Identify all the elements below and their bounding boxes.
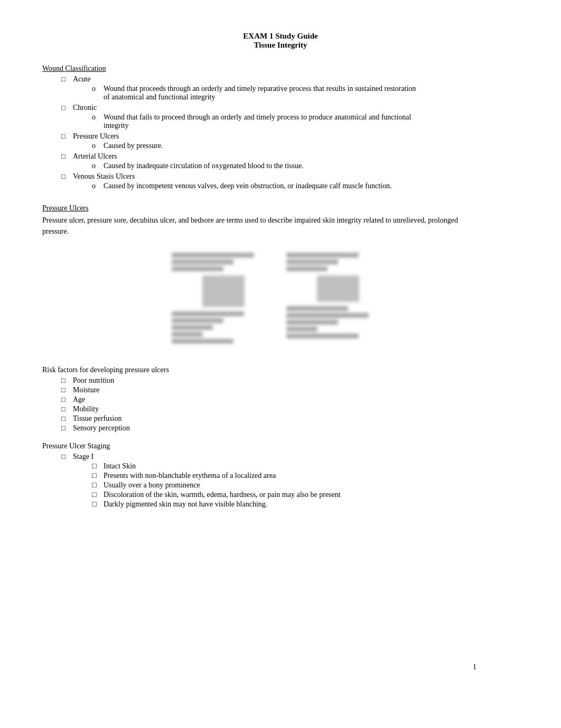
page-header: EXAM 1 Study Guide Tissue Integrity xyxy=(42,32,519,50)
pressure-ulcer-staging-section: Pressure Ulcer Staging □ Stage I □ Intac… xyxy=(42,442,519,510)
pressure-ulcer-diagram xyxy=(164,245,397,351)
list-item-sensory-perception: □ Sensory perception xyxy=(42,424,519,432)
list-item-venous-stasis: □ Venous Stasis Ulcers o Caused by incom… xyxy=(42,172,519,191)
pressure-ulcers-section-heading: Pressure Ulcers xyxy=(42,204,519,213)
diagram-line xyxy=(172,311,244,316)
list-item: o Caused by inadequate circulation of ox… xyxy=(73,162,304,170)
stage-i-item-3: Discoloration of the skin, warmth, edema… xyxy=(104,491,341,499)
diagram-line xyxy=(286,327,317,331)
diagram-line xyxy=(172,332,203,337)
pressure-ulcers-description: Caused by pressure. xyxy=(104,142,163,150)
chronic-label: Chronic xyxy=(73,104,97,112)
sub-bullet-icon: □ xyxy=(92,472,99,480)
diagram-block-tl xyxy=(169,250,278,347)
bullet-icon: □ xyxy=(61,152,69,161)
diagram-line xyxy=(286,253,359,257)
diagram-line xyxy=(286,313,369,318)
list-item: o Caused by incompetent venous valves, d… xyxy=(73,182,391,190)
sub-bullet-icon: o xyxy=(92,162,99,170)
bullet-icon: □ xyxy=(61,424,69,432)
wound-classification-heading: Wound Classification xyxy=(42,64,519,73)
diagram-line xyxy=(172,253,254,257)
list-item: o Wound that proceeds through an orderly… xyxy=(73,85,420,102)
list-item: □ Darkly pigmented skin may not have vis… xyxy=(73,500,341,509)
diagram-line xyxy=(172,266,223,271)
header-line2: Tissue Integrity xyxy=(42,41,519,50)
stage-i-item-2: Usually over a bony prominence xyxy=(104,481,200,490)
pressure-ulcers-sub-list: o Caused by pressure. xyxy=(73,142,163,150)
risk-item-2: Age xyxy=(73,395,85,404)
chronic-description: Wound that fails to proceed through an o… xyxy=(104,113,420,130)
risk-factors-heading: Risk factors for developing pressure ulc… xyxy=(42,366,519,374)
stage-i-sub-list: □ Intact Skin □ Presents with non-blanch… xyxy=(73,462,341,509)
list-item-acute: □ Acute o Wound that proceeds through an… xyxy=(42,75,519,103)
list-item: □ Intact Skin xyxy=(73,462,341,471)
list-item: o Caused by pressure. xyxy=(73,142,163,150)
list-item: □ Presents with non-blanchable erythema … xyxy=(73,472,341,480)
bullet-icon: □ xyxy=(61,376,69,385)
sub-bullet-icon: □ xyxy=(92,500,99,509)
wound-classification-list: □ Acute o Wound that proceeds through an… xyxy=(42,75,519,191)
bullet-icon: □ xyxy=(61,132,69,141)
bullet-icon: □ xyxy=(61,395,69,404)
list-item-age: □ Age xyxy=(42,395,519,404)
diagram-line xyxy=(286,320,338,325)
diagram-line xyxy=(286,266,328,271)
pressure-ulcers-label: Pressure Ulcers xyxy=(73,132,119,140)
list-item-poor-nutrition: □ Poor nutrition xyxy=(42,376,519,385)
sub-bullet-icon: o xyxy=(92,113,99,122)
arterial-ulcers-sub-list: o Caused by inadequate circulation of ox… xyxy=(73,162,304,170)
staging-list: □ Stage I □ Intact Skin □ Presents with … xyxy=(42,453,519,510)
risk-item-4: Tissue perfusion xyxy=(73,414,121,423)
diagram-line xyxy=(286,334,359,338)
risk-factors-section: Risk factors for developing pressure ulc… xyxy=(42,366,519,432)
bullet-icon: □ xyxy=(61,414,69,423)
pressure-ulcers-section: Pressure Ulcers Pressure ulcer, pressure… xyxy=(42,204,519,237)
list-item-chronic: □ Chronic o Wound that fails to proceed … xyxy=(42,104,519,131)
risk-item-5: Sensory perception xyxy=(73,424,130,432)
chronic-sub-list: o Wound that fails to proceed through an… xyxy=(73,113,420,130)
bullet-icon: □ xyxy=(61,386,69,394)
list-item-arterial-ulcers: □ Arterial Ulcers o Caused by inadequate… xyxy=(42,152,519,171)
stage-i-label: Stage I xyxy=(73,453,94,460)
risk-factors-list: □ Poor nutrition □ Moisture □ Age □ Mobi… xyxy=(42,376,519,432)
bullet-icon: □ xyxy=(61,172,69,181)
list-item-mobility: □ Mobility xyxy=(42,405,519,413)
diagram-line xyxy=(172,339,233,344)
sub-bullet-icon: □ xyxy=(92,491,99,499)
list-item: o Wound that fails to proceed through an… xyxy=(73,113,420,130)
venous-stasis-sub-list: o Caused by incompetent venous valves, d… xyxy=(73,182,391,190)
venous-stasis-description: Caused by incompetent venous valves, dee… xyxy=(104,182,391,190)
sub-bullet-icon: □ xyxy=(92,462,99,471)
sub-bullet-icon: o xyxy=(92,182,99,190)
acute-description: Wound that proceeds through an orderly a… xyxy=(104,85,420,102)
diagram-image xyxy=(317,275,359,302)
header-line1: EXAM 1 Study Guide xyxy=(42,32,519,41)
acute-label: Acute xyxy=(73,75,90,83)
list-item-pressure-ulcers: □ Pressure Ulcers o Caused by pressure. xyxy=(42,132,519,151)
diagram-grid xyxy=(164,245,397,351)
list-item-stage-i: □ Stage I □ Intact Skin □ Presents with … xyxy=(42,453,519,510)
list-item: □ Usually over a bony prominence xyxy=(73,481,341,490)
stage-i-item-4: Darkly pigmented skin may not have visib… xyxy=(104,500,267,509)
arterial-ulcers-description: Caused by inadequate circulation of oxyg… xyxy=(104,162,304,170)
staging-heading: Pressure Ulcer Staging xyxy=(42,442,519,450)
sub-bullet-icon: o xyxy=(92,142,99,150)
diagram-line xyxy=(172,325,213,330)
wound-classification-section: Wound Classification □ Acute o Wound tha… xyxy=(42,64,519,191)
pressure-ulcers-description: Pressure ulcer, pressure sore, decubitus… xyxy=(42,215,475,237)
risk-item-3: Mobility xyxy=(73,405,99,413)
diagram-line xyxy=(286,306,348,311)
list-item-tissue-perfusion: □ Tissue perfusion xyxy=(42,414,519,423)
bullet-icon: □ xyxy=(61,75,69,84)
acute-sub-list: o Wound that proceeds through an orderly… xyxy=(73,85,420,102)
diagram-image xyxy=(202,275,245,307)
bullet-icon: □ xyxy=(61,104,69,112)
diagram-line xyxy=(286,260,338,264)
risk-item-1: Moisture xyxy=(73,386,100,394)
page-number: 1 xyxy=(473,663,476,671)
diagram-line xyxy=(172,260,233,264)
list-item: □ Discoloration of the skin, warmth, ede… xyxy=(73,491,341,499)
diagram-line xyxy=(172,318,223,323)
bullet-icon: □ xyxy=(61,453,69,461)
